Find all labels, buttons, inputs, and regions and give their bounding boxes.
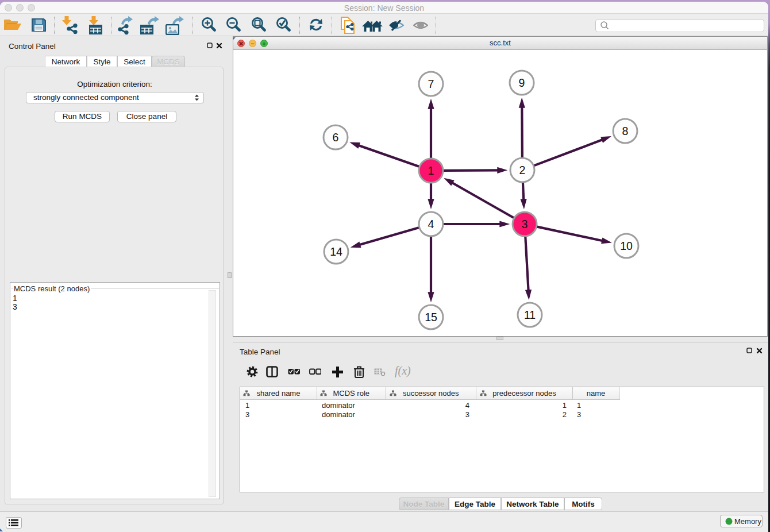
svg-text:3: 3: [522, 218, 528, 230]
svg-text:9: 9: [519, 76, 525, 89]
svg-text:7: 7: [428, 78, 434, 90]
svg-text:4: 4: [428, 218, 434, 230]
svg-text:15: 15: [425, 311, 437, 323]
svg-text:6: 6: [333, 131, 339, 144]
svg-text:2: 2: [519, 164, 526, 176]
svg-text:11: 11: [524, 309, 536, 321]
svg-text:8: 8: [622, 125, 629, 137]
svg-text:10: 10: [620, 240, 633, 252]
svg-text:14: 14: [330, 245, 342, 258]
svg-text:1: 1: [428, 164, 434, 177]
